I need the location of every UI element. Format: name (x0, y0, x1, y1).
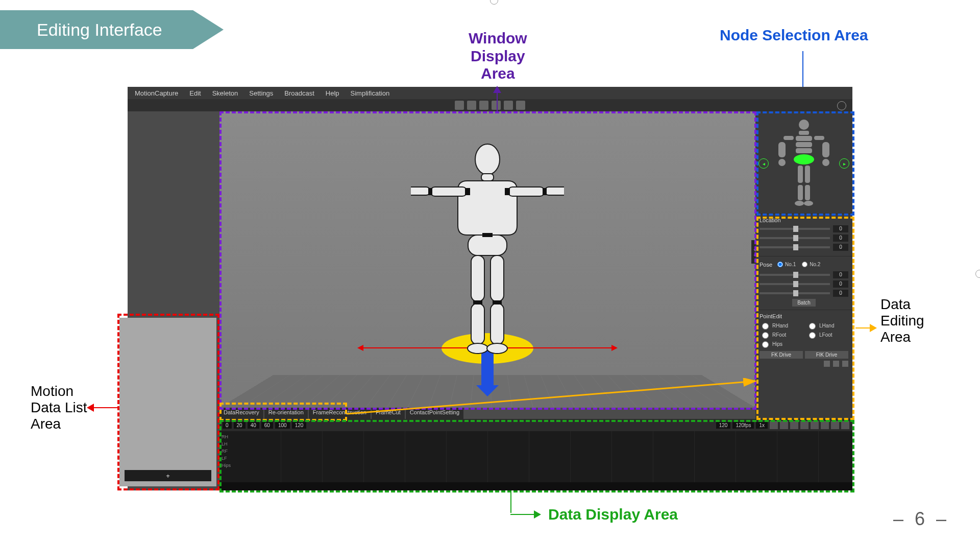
svg-point-36 (804, 201, 813, 206)
pose-x-slider[interactable]: 0 (760, 271, 848, 278)
pe-rhand[interactable]: RHand (760, 321, 801, 330)
fk-drive-button[interactable]: FK Drive (760, 351, 803, 359)
timeline-fps[interactable]: 120fps (732, 422, 754, 429)
refresh-icon[interactable] (842, 361, 848, 367)
tab-reorientation[interactable]: Re-orientation (264, 408, 308, 419)
svg-rect-27 (778, 142, 786, 157)
timeline-end-field[interactable]: 120 (716, 422, 731, 429)
menu-settings[interactable]: Settings (249, 89, 273, 97)
motion-list-add-button[interactable]: + (125, 470, 211, 481)
timeline-ruler[interactable] (240, 431, 852, 482)
play-back-icon[interactable] (811, 421, 819, 429)
svg-rect-17 (482, 233, 493, 237)
cut-icon[interactable] (770, 421, 778, 429)
callout-data-editing-label: Data Editing Area (880, 296, 924, 346)
pe-lhand-radio[interactable] (809, 323, 816, 330)
svg-rect-6 (468, 235, 507, 255)
location-z-slider[interactable]: 0 (760, 244, 848, 251)
node-next-button[interactable]: ▸ (839, 158, 849, 169)
fik-drive-button[interactable]: FIK Drive (805, 351, 848, 359)
pose-radio-1-label: No.1 (785, 262, 796, 267)
viewport-toolbar (128, 99, 852, 111)
step-forward-icon[interactable] (831, 421, 839, 429)
toolbar-add-icon[interactable] (504, 101, 513, 110)
callout-node-selection-label: Node Selection Area (720, 27, 868, 44)
pe-hips[interactable]: Hips (760, 340, 801, 348)
pose-z-value[interactable]: 0 (833, 290, 848, 297)
slide-handle-right (975, 270, 980, 278)
pe-lfoot[interactable]: LFoot (806, 331, 848, 339)
node-prev-button[interactable]: ◂ (758, 158, 769, 169)
pose-y-slider[interactable]: 0 (760, 280, 848, 288)
location-y-slider[interactable]: 0 (760, 234, 848, 242)
location-x-slider[interactable]: 0 (760, 225, 848, 232)
pose-radio-1-input[interactable] (777, 262, 783, 267)
play-icon[interactable] (821, 421, 829, 429)
svg-rect-22 (796, 136, 812, 141)
pose-y-value[interactable]: 0 (833, 280, 848, 288)
menu-edit[interactable]: Edit (189, 89, 201, 97)
pose-radio-2[interactable]: No.2 (802, 262, 820, 267)
step-back-icon[interactable] (800, 421, 808, 429)
track-rh: RH (219, 433, 240, 440)
tab-framecut[interactable]: FrameCut (372, 408, 405, 419)
slide-handle-top (490, 0, 498, 5)
arrow-motion-data-list (87, 404, 117, 412)
viewport-3d[interactable] (219, 111, 755, 408)
pe-rfoot[interactable]: RFoot (760, 331, 801, 339)
triangle-left-icon: ◂ (763, 161, 765, 167)
toolbar-globe-icon[interactable] (516, 101, 525, 110)
pose-x-value[interactable]: 0 (833, 271, 848, 278)
pose-z-slider[interactable]: 0 (760, 290, 848, 297)
pe-rfoot-radio[interactable] (762, 332, 769, 339)
node-skeleton-icon[interactable] (773, 116, 835, 208)
batch-button[interactable]: Batch (792, 299, 816, 307)
toolbar-connect-icon[interactable] (467, 101, 476, 110)
location-x-value[interactable]: 0 (833, 225, 848, 232)
skip-end-icon[interactable] (841, 421, 849, 429)
undo-icon[interactable] (824, 361, 830, 367)
menu-simplification[interactable]: Simplification (351, 89, 390, 97)
tab-contactpointsetting[interactable]: ContactPointSetting (406, 408, 463, 419)
timeline-scrollbar[interactable] (219, 482, 852, 490)
svg-rect-2 (430, 187, 467, 196)
loop-icon[interactable] (780, 421, 788, 429)
svg-rect-31 (798, 166, 803, 183)
mannequin-figure[interactable] (411, 142, 564, 357)
svg-rect-32 (805, 166, 810, 183)
menu-motioncapture[interactable]: MotionCapture (135, 89, 178, 97)
redo-icon[interactable] (833, 361, 839, 367)
pe-lfoot-radio[interactable] (809, 332, 816, 339)
track-rf: RF (219, 448, 240, 455)
operation-tabs: DataRecovery Re-orientation FrameReconst… (219, 408, 463, 419)
pe-hips-radio[interactable] (762, 341, 769, 348)
timeline-start-field[interactable]: 0 (223, 422, 232, 429)
toolbar-target-icon[interactable] (479, 101, 488, 110)
menu-help[interactable]: Help (326, 89, 339, 97)
tab-datarecovery[interactable]: DataRecovery (219, 408, 263, 419)
location-y-value[interactable]: 0 (833, 234, 848, 242)
toolbar-grid-icon[interactable] (455, 101, 464, 110)
pose-title: Pose (760, 262, 772, 268)
track-lf: LF (219, 455, 240, 462)
menu-skeleton[interactable]: Skeleton (212, 89, 238, 97)
pose-radio-2-label: No.2 (810, 262, 820, 267)
slide-title: Editing Interface (0, 10, 193, 49)
pose-radio-2-input[interactable] (802, 262, 807, 267)
timeline-tick-100: 100 (275, 422, 290, 429)
pe-lhand[interactable]: LHand (806, 321, 848, 330)
timeline-speed[interactable]: 1x (756, 422, 768, 429)
toolbar-world-icon[interactable] (837, 101, 846, 110)
tab-framereconstruction[interactable]: FrameReconstruction (309, 408, 371, 419)
pe-rhand-radio[interactable] (762, 323, 769, 330)
point-edit-title: PointEdit (760, 313, 848, 319)
menu-broadcast[interactable]: Broadcast (284, 89, 314, 97)
motion-data-list-panel: + (119, 318, 216, 486)
timeline-body[interactable]: RH LH RF LF Hips (219, 431, 852, 482)
skip-start-icon[interactable] (790, 421, 798, 429)
location-z-value[interactable]: 0 (833, 244, 848, 251)
svg-rect-16 (543, 188, 547, 195)
svg-rect-28 (822, 142, 829, 157)
right-panel: ◂ ▸ (755, 111, 852, 419)
pose-radio-1[interactable]: No.1 (777, 262, 796, 267)
